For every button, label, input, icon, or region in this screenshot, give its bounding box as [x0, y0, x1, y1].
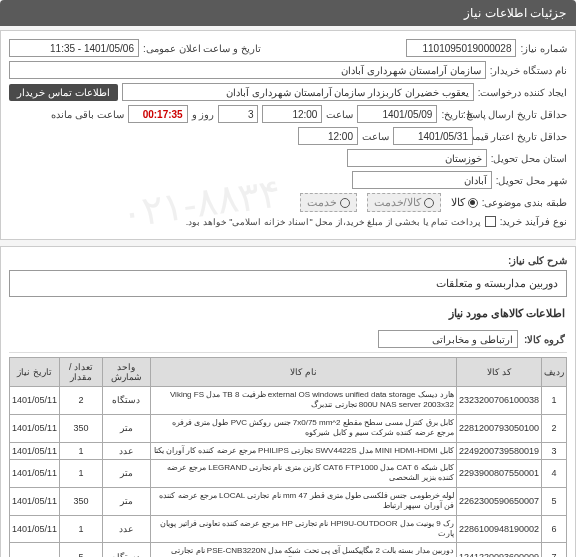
radio-kala-khadmat-label: کالا/خدمت	[374, 196, 421, 209]
cell-qty: 350	[60, 487, 103, 515]
announce-value: 1401/05/06 - 11:35	[9, 39, 139, 57]
cell-unit: دستگاه	[102, 543, 150, 557]
cell-name: هارد دیسک external OS windows unified da…	[150, 387, 456, 415]
cell-unit: عدد	[102, 515, 150, 543]
cell-code: 2323200706100038	[456, 387, 541, 415]
cell-code: 2293900807550001	[456, 459, 541, 487]
group-value: ارتباطی و مخابراتی	[378, 330, 518, 348]
contact-buyer-button[interactable]: اطلاعات تماس خریدار	[9, 84, 118, 101]
radio-dot-icon	[424, 198, 434, 208]
desc-value: دوربین مداربسته و متعلقات	[9, 270, 567, 297]
cell-qty: 5	[60, 543, 103, 557]
cell-n: 4	[542, 459, 567, 487]
items-table: ردیف کد کالا نام کالا واحد شمارش تعداد /…	[9, 357, 567, 557]
cell-qty: 1	[60, 459, 103, 487]
table-row: 12323200706100038هارد دیسک external OS w…	[10, 387, 567, 415]
cell-n: 5	[542, 487, 567, 515]
table-row: 62286100948190002رک 9 یونیت مدل HPI9U-OU…	[10, 515, 567, 543]
cell-name: کابل برق کنترل مسی سطح مقطع 7x0/75 mm^2 …	[150, 414, 456, 442]
cell-date: 1401/05/11	[10, 414, 60, 442]
deadline-date-value: 1401/05/09	[357, 105, 437, 123]
cell-name: رک 9 یونیت مدل HPI9U-OUTDOOR نام تجارتی …	[150, 515, 456, 543]
category-radio-group: کالا کالا/خدمت خدمت	[300, 193, 478, 212]
cell-unit: متر	[102, 487, 150, 515]
cell-date: 1401/05/11	[10, 515, 60, 543]
table-row: 22281200793050100کابل برق کنترل مسی سطح …	[10, 414, 567, 442]
requester-value: یعقوب خضیران کاربزدار سازمان آرامستان شه…	[122, 83, 474, 101]
radio-kala[interactable]: کالا	[451, 196, 478, 209]
cell-date: 1401/05/11	[10, 442, 60, 459]
table-row: 32249200739580019کابل MINI HDMI-HDMI مدل…	[10, 442, 567, 459]
cell-name: کابل MINI HDMI-HDMI مدل SWV4422S تجارتی …	[150, 442, 456, 459]
group-label: گروه کالا:	[524, 334, 565, 345]
buyer-org-value: سازمان آرامستان شهرداری آبادان	[9, 61, 486, 79]
th-row: ردیف	[542, 358, 567, 387]
cell-name: کابل شبکه CAT 6 مدل CAT6 FTP1000 کارتن م…	[150, 459, 456, 487]
process-label: نوع فرآیند خرید:	[500, 216, 567, 227]
remain-label: ساعت باقی مانده	[51, 109, 124, 120]
time-label-1: ساعت	[326, 109, 353, 120]
validity-time-value: 12:00	[298, 127, 358, 145]
process-checkbox[interactable]	[485, 216, 496, 227]
countdown-value: 00:17:35	[128, 105, 188, 123]
cell-code: 2262300590650007	[456, 487, 541, 515]
cell-n: 1	[542, 387, 567, 415]
table-row: 42293900807550001کابل شبکه CAT 6 مدل CAT…	[10, 459, 567, 487]
time-label-2: ساعت	[362, 131, 389, 142]
description-section: شرح کلی نیاز: دوربین مداربسته و متعلقات …	[0, 246, 576, 557]
cell-qty: 1	[60, 442, 103, 459]
process-note: پرداخت تمام یا بخشی از مبلغ خرید،از محل …	[186, 217, 481, 227]
cell-code: 1241220093600009	[456, 543, 541, 557]
cell-code: 2281200793050100	[456, 414, 541, 442]
category-label: طبقه بندی موضوعی:	[482, 197, 567, 208]
items-header: اطلاعات کالاهای مورد نیاز	[9, 301, 567, 326]
city-value: آبادان	[352, 171, 492, 189]
radio-dot-icon	[340, 198, 350, 208]
th-name: نام کالا	[150, 358, 456, 387]
province-label: استان محل تحویل:	[491, 153, 567, 164]
radio-kala-label: کالا	[451, 196, 465, 209]
cell-unit: عدد	[102, 442, 150, 459]
cell-code: 2249200739580019	[456, 442, 541, 459]
need-number-value: 1101095019000028	[406, 39, 516, 57]
radio-khadmat-label: خدمت	[307, 196, 337, 209]
desc-label: شرح کلی نیاز:	[508, 255, 567, 266]
cell-name: دوربین مدار بسته بالت 2 مگاپیکسل آی پی ت…	[150, 543, 456, 557]
cell-unit: متر	[102, 459, 150, 487]
cell-date	[10, 543, 60, 557]
page-title: جزئیات اطلاعات نیاز	[464, 6, 566, 20]
cell-qty: 1	[60, 515, 103, 543]
cell-unit: دستگاه	[102, 387, 150, 415]
deadline-date-sublabel: تا تاریخ:	[441, 109, 473, 120]
deadline-reply-label: حداقل تاریخ ارسال پاسخ:	[477, 109, 567, 120]
cell-date: 1401/05/11	[10, 387, 60, 415]
cell-n: 6	[542, 515, 567, 543]
city-label: شهر محل تحویل:	[496, 175, 567, 186]
requester-label: ایجاد کننده درخواست:	[478, 87, 567, 98]
radio-dot-icon	[468, 198, 478, 208]
cell-qty: 2	[60, 387, 103, 415]
th-unit: واحد شمارش	[102, 358, 150, 387]
cell-n: 7	[542, 543, 567, 557]
days-label: روز و	[192, 109, 215, 120]
validity-label: حداقل تاریخ اعتبار قیمت تا تاریخ:	[477, 131, 567, 142]
cell-n: 3	[542, 442, 567, 459]
th-code: کد کالا	[456, 358, 541, 387]
cell-date: 1401/05/11	[10, 459, 60, 487]
buyer-org-label: نام دستگاه خریدار:	[490, 65, 567, 76]
validity-date-value: 1401/05/31	[393, 127, 473, 145]
radio-kala-khadmat[interactable]: کالا/خدمت	[367, 193, 441, 212]
page-header: جزئیات اطلاعات نیاز	[0, 0, 576, 26]
province-value: خوزستان	[347, 149, 487, 167]
cell-n: 2	[542, 414, 567, 442]
need-number-label: شماره نیاز:	[520, 43, 567, 54]
th-date: تاریخ نیاز	[10, 358, 60, 387]
deadline-time-value: 12:00	[262, 105, 322, 123]
cell-qty: 350	[60, 414, 103, 442]
form-section: شماره نیاز: 1101095019000028 تاریخ و ساع…	[0, 30, 576, 240]
radio-khadmat[interactable]: خدمت	[300, 193, 357, 212]
table-row: 52262300590650007لوله خرطومی جنس فلکسی ط…	[10, 487, 567, 515]
table-row: 71241220093600009دوربین مدار بسته بالت 2…	[10, 543, 567, 557]
th-qty: تعداد / مقدار	[60, 358, 103, 387]
cell-unit: متر	[102, 414, 150, 442]
